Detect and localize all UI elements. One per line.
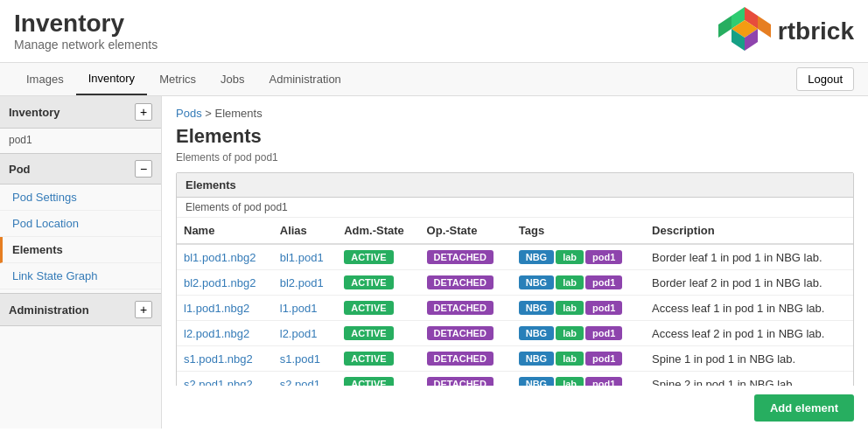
cell-tags: NBGlabpod1 bbox=[512, 270, 645, 296]
cell-op-state: DETACHED bbox=[420, 270, 512, 296]
element-alias-link[interactable]: s1.pod1 bbox=[280, 352, 320, 366]
breadcrumb: Pods > Elements bbox=[176, 107, 854, 120]
cell-tags: NBGlabpod1 bbox=[512, 244, 645, 270]
element-alias-link[interactable]: s2.pod1 bbox=[280, 378, 320, 387]
nav-item-inventory[interactable]: Inventory bbox=[76, 63, 147, 95]
element-name-link[interactable]: s1.pod1.nbg2 bbox=[184, 352, 253, 366]
page-main-title: Inventory bbox=[14, 10, 718, 38]
cell-op-state: DETACHED bbox=[420, 346, 512, 372]
svg-marker-3 bbox=[718, 16, 732, 38]
cell-name: bl1.pod1.nbg2 bbox=[177, 244, 273, 270]
elements-box-title: Elements bbox=[177, 173, 853, 198]
element-name-link[interactable]: l2.pod1.nbg2 bbox=[184, 327, 249, 340]
cell-alias: s1.pod1 bbox=[273, 346, 337, 372]
cell-alias: s2.pod1 bbox=[273, 372, 337, 387]
breadcrumb-pods[interactable]: Pods bbox=[176, 107, 202, 120]
element-name-link[interactable]: l1.pod1.nbg2 bbox=[184, 302, 249, 315]
op-state-badge: DETACHED bbox=[427, 301, 494, 315]
tag-badge: lab bbox=[556, 275, 584, 289]
table-row: l2.pod1.nbg2l2.pod1ACTIVEDETACHEDNBGlabp… bbox=[177, 321, 853, 346]
cell-description: Spine 1 in pod 1 in NBG lab. bbox=[645, 346, 853, 372]
footer-bar: Add element bbox=[162, 386, 868, 429]
element-alias-link[interactable]: bl1.pod1 bbox=[280, 251, 324, 264]
sidebar: Inventory + pod1 Pod − Pod Settings Pod … bbox=[0, 96, 162, 429]
sidebar-administration-header[interactable]: Administration + bbox=[0, 293, 161, 326]
logout-button[interactable]: Logout bbox=[796, 67, 854, 91]
adm-state-badge: ACTIVE bbox=[344, 250, 393, 264]
cell-alias: bl2.pod1 bbox=[273, 270, 337, 296]
page-title: Elements bbox=[176, 125, 854, 148]
tag-badge: NBG bbox=[519, 301, 554, 315]
sidebar-pod-section[interactable]: Pod − bbox=[0, 153, 161, 185]
table-header-row: Name Alias Adm.-State Op.-State Tags Des… bbox=[177, 218, 853, 244]
cell-op-state: DETACHED bbox=[420, 296, 512, 321]
cell-alias: l1.pod1 bbox=[273, 296, 337, 321]
table-row: s1.pod1.nbg2s1.pod1ACTIVEDETACHEDNBGlabp… bbox=[177, 346, 853, 372]
main-nav: Images Inventory Metrics Jobs Administra… bbox=[0, 63, 868, 96]
op-state-badge: DETACHED bbox=[427, 377, 494, 386]
sidebar-inventory-add-button[interactable]: + bbox=[135, 103, 152, 121]
page-main-subtitle: Manage network elements bbox=[14, 38, 718, 52]
cell-alias: bl1.pod1 bbox=[273, 244, 337, 270]
cell-name: l2.pod1.nbg2 bbox=[177, 321, 273, 346]
cell-adm-state: ACTIVE bbox=[337, 321, 419, 346]
header-title-block: Inventory Manage network elements bbox=[14, 10, 718, 52]
cell-name: bl2.pod1.nbg2 bbox=[177, 270, 273, 296]
element-name-link[interactable]: s2.pod1.nbg2 bbox=[184, 378, 253, 387]
col-alias: Alias bbox=[273, 218, 337, 244]
tag-badge: lab bbox=[556, 352, 584, 366]
breadcrumb-current: Elements bbox=[214, 107, 262, 120]
header: Inventory Manage network elements rtbric… bbox=[0, 0, 868, 63]
tag-badge: lab bbox=[556, 326, 584, 340]
sidebar-link-pod-location[interactable]: Pod Location bbox=[0, 211, 161, 237]
nav-item-metrics[interactable]: Metrics bbox=[147, 64, 208, 94]
sidebar-pod-section-label: Pod bbox=[9, 163, 31, 176]
cell-alias: l2.pod1 bbox=[273, 321, 337, 346]
tag-badge: pod1 bbox=[585, 301, 622, 315]
tag-badge: pod1 bbox=[585, 352, 622, 366]
body-layout: Inventory + pod1 Pod − Pod Settings Pod … bbox=[0, 96, 868, 429]
cell-tags: NBGlabpod1 bbox=[512, 296, 645, 321]
cell-tags: NBGlabpod1 bbox=[512, 321, 645, 346]
adm-state-badge: ACTIVE bbox=[344, 377, 393, 386]
sidebar-link-link-state-graph[interactable]: Link State Graph bbox=[0, 263, 161, 289]
cell-op-state: DETACHED bbox=[420, 321, 512, 346]
adm-state-badge: ACTIVE bbox=[344, 352, 393, 366]
cell-description: Spine 2 in pod 1 in NBG lab. bbox=[645, 372, 853, 387]
table-row: bl1.pod1.nbg2bl1.pod1ACTIVEDETACHEDNBGla… bbox=[177, 244, 853, 270]
nav-item-jobs[interactable]: Jobs bbox=[208, 64, 256, 94]
tag-badge: lab bbox=[556, 301, 584, 315]
op-state-badge: DETACHED bbox=[427, 326, 494, 340]
element-alias-link[interactable]: l1.pod1 bbox=[280, 302, 318, 315]
cell-op-state: DETACHED bbox=[420, 244, 512, 270]
col-tags: Tags bbox=[512, 218, 645, 244]
col-description: Description bbox=[645, 218, 853, 244]
sidebar-administration-label: Administration bbox=[9, 303, 89, 317]
main-area: Pods > Elements Elements Elements of pod… bbox=[162, 96, 868, 429]
cell-name: s1.pod1.nbg2 bbox=[177, 346, 273, 372]
element-name-link[interactable]: bl1.pod1.nbg2 bbox=[184, 251, 256, 264]
nav-item-administration[interactable]: Administration bbox=[256, 64, 353, 94]
op-state-badge: DETACHED bbox=[427, 352, 494, 366]
table-row: s2.pod1.nbg2s2.pod1ACTIVEDETACHEDNBGlabp… bbox=[177, 372, 853, 387]
tag-badge: pod1 bbox=[585, 326, 622, 340]
cell-description: Border leaf 2 in pod 1 in NBG lab. bbox=[645, 270, 853, 296]
cell-op-state: DETACHED bbox=[420, 372, 512, 387]
element-alias-link[interactable]: bl2.pod1 bbox=[280, 276, 324, 289]
sidebar-administration-add-button[interactable]: + bbox=[135, 301, 152, 318]
sidebar-pod-collapse-button[interactable]: − bbox=[135, 160, 152, 178]
sidebar-link-elements[interactable]: Elements bbox=[0, 237, 161, 263]
add-element-button[interactable]: Add element bbox=[754, 394, 854, 422]
element-name-link[interactable]: bl2.pod1.nbg2 bbox=[184, 276, 256, 289]
cell-adm-state: ACTIVE bbox=[337, 296, 419, 321]
adm-state-badge: ACTIVE bbox=[344, 301, 393, 315]
nav-item-images[interactable]: Images bbox=[14, 64, 76, 94]
element-alias-link[interactable]: l2.pod1 bbox=[280, 327, 318, 340]
tag-badge: NBG bbox=[519, 275, 554, 289]
main-content: Pods > Elements Elements Elements of pod… bbox=[162, 96, 868, 386]
sidebar-inventory-header[interactable]: Inventory + bbox=[0, 96, 161, 129]
sidebar-link-pod-settings[interactable]: Pod Settings bbox=[0, 185, 161, 211]
cell-description: Access leaf 1 in pod 1 in NBG lab. bbox=[645, 296, 853, 321]
cell-adm-state: ACTIVE bbox=[337, 346, 419, 372]
cell-description: Access leaf 2 in pod 1 in NBG lab. bbox=[645, 321, 853, 346]
